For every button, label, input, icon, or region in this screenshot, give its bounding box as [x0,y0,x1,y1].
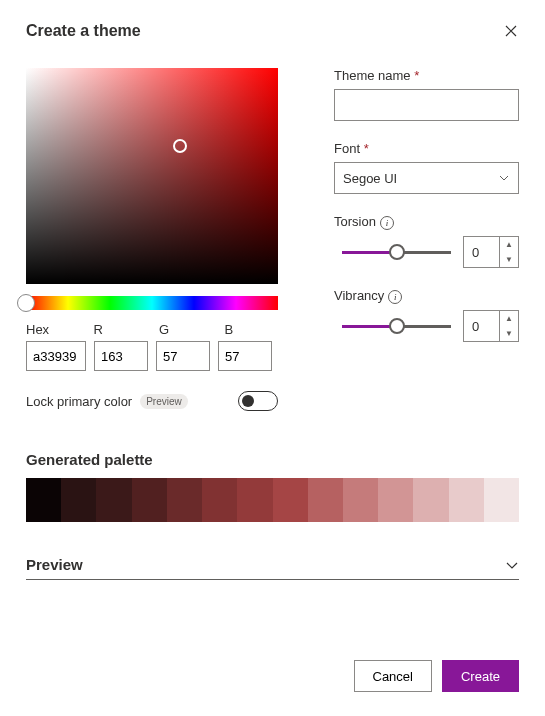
palette-swatch [449,478,484,522]
palette-swatch [26,478,61,522]
palette-swatch [273,478,308,522]
vibrancy-value: 0 [464,319,499,334]
torsion-knob[interactable] [389,244,405,260]
palette-swatch [132,478,167,522]
vibrancy-label: Vibrancyi [334,288,519,304]
chevron-down-icon [505,558,519,572]
hue-handle[interactable] [17,294,35,312]
generated-palette-heading: Generated palette [26,451,519,468]
toggle-knob [242,395,254,407]
info-icon[interactable]: i [380,216,394,230]
g-label: G [159,322,213,337]
dialog-title: Create a theme [26,22,141,40]
torsion-up[interactable]: ▲ [500,237,518,252]
font-label: Font * [334,141,519,156]
vibrancy-down[interactable]: ▼ [500,326,518,341]
preview-label: Preview [26,556,83,573]
palette-swatch [413,478,448,522]
preview-badge: Preview [140,394,188,409]
palette-swatch [61,478,96,522]
palette-strip [26,478,519,522]
color-picker-canvas[interactable] [26,68,278,284]
lock-label: Lock primary color [26,394,132,409]
torsion-spinner[interactable]: 0 ▲▼ [463,236,519,268]
vibrancy-spinner[interactable]: 0 ▲▼ [463,310,519,342]
theme-name-input[interactable] [334,89,519,121]
b-input[interactable] [218,341,272,371]
palette-swatch [237,478,272,522]
vibrancy-slider[interactable] [342,316,451,336]
hue-slider[interactable] [26,296,278,310]
hex-input[interactable] [26,341,86,371]
theme-name-label: Theme name * [334,68,519,83]
torsion-slider[interactable] [342,242,451,262]
cancel-button[interactable]: Cancel [354,660,432,692]
r-label: R [93,322,147,337]
palette-swatch [484,478,519,522]
palette-swatch [308,478,343,522]
preview-accordion[interactable]: Preview [26,550,519,580]
palette-swatch [378,478,413,522]
sv-handle[interactable] [173,139,187,153]
g-input[interactable] [156,341,210,371]
create-button[interactable]: Create [442,660,519,692]
chevron-down-icon [498,172,510,184]
close-icon[interactable] [503,23,519,39]
palette-swatch [167,478,202,522]
vibrancy-up[interactable]: ▲ [500,311,518,326]
hex-label: Hex [26,322,81,337]
palette-swatch [202,478,237,522]
torsion-label: Torsioni [334,214,519,230]
lock-toggle[interactable] [238,391,278,411]
font-value: Segoe UI [343,171,397,186]
font-select[interactable]: Segoe UI [334,162,519,194]
torsion-value: 0 [464,245,499,260]
r-input[interactable] [94,341,148,371]
palette-swatch [96,478,131,522]
palette-swatch [343,478,378,522]
torsion-down[interactable]: ▼ [500,252,518,267]
info-icon[interactable]: i [388,290,402,304]
vibrancy-knob[interactable] [389,318,405,334]
b-label: B [224,322,278,337]
